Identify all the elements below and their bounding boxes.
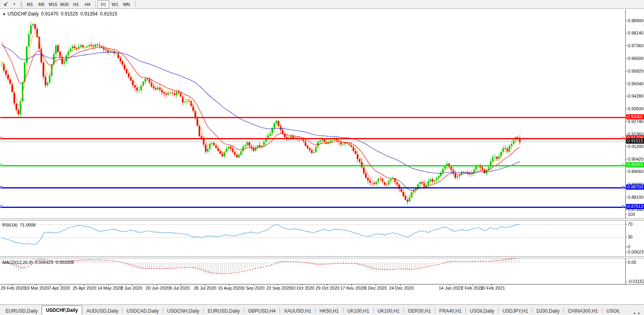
price-axis-tick-label: 0.92740	[628, 119, 644, 124]
hline-price-tag: 0.90055	[626, 162, 644, 167]
rsi-indicator-value: 71.0008	[20, 223, 36, 227]
time-axis-label: 22 Sep 2020	[266, 286, 291, 290]
timeframe-button-mn[interactable]: MN	[121, 0, 132, 8]
chart-tab-eurusd-daily[interactable]: EURUSD,Daily	[204, 307, 244, 315]
macd-axis-tick-label: 0.00	[628, 260, 636, 265]
chart-shift-button[interactable]	[2, 0, 10, 8]
macd-axis-tick-mark	[625, 262, 627, 263]
chart-tab-usdcnh-daily[interactable]: USDCNH,Daily	[163, 307, 203, 315]
hline-handle[interactable]	[0, 206, 2, 207]
timeframe-button-m30[interactable]: M30	[59, 0, 70, 8]
price-axis-tick-mark	[625, 197, 627, 198]
price-axis-tick-label: 0.98900	[628, 18, 644, 23]
price-low: 0.91354	[80, 11, 97, 17]
time-axis-label: 25 Apr 2020	[73, 286, 96, 290]
price-axis-tick-mark	[625, 121, 627, 122]
timeframe-button-w1[interactable]: W1	[109, 0, 121, 8]
toolbar-divider	[95, 1, 96, 8]
time-axis-label: 29 Feb 2020	[1, 286, 25, 290]
timeframe-buttons-group: M1M5M15M30H1H4D1W1MN	[24, 0, 132, 8]
chart-window: ▼USDCHF,Daily0.914700.915250.913540.9151…	[0, 9, 644, 304]
chart-tab-ger30-h1[interactable]: GER30,H1	[404, 307, 435, 315]
rsi-axis-tick-label: 0	[628, 244, 630, 249]
toolbar-dropdown-caret-icon[interactable]: ▼	[10, 0, 18, 8]
timeframe-button-m5[interactable]: M5	[36, 0, 47, 8]
hline-handle[interactable]	[0, 164, 2, 166]
rsi-axis-tick-mark	[625, 247, 627, 247]
price-axis-tick-mark	[625, 146, 627, 147]
chart-tab-usoil[interactable]: USOil,	[602, 307, 624, 315]
timeframe-button-d1[interactable]: D1	[98, 0, 109, 8]
timeframe-button-m1[interactable]: M1	[24, 0, 36, 8]
chart-symbol-header: ▼USDCHF,Daily0.914700.915250.913540.9151…	[2, 11, 120, 17]
chart-tab-hk50-h1[interactable]: HK50,H1	[316, 307, 343, 315]
tab-scroll-controls: ◂ ▸	[633, 311, 642, 315]
rsi-axis-tick-mark	[625, 237, 627, 237]
timeframe-button-h4[interactable]: H4	[82, 0, 93, 8]
toolbar-grip-icon[interactable]	[21, 2, 22, 7]
symbol-dropdown-icon[interactable]: ▼	[2, 12, 6, 16]
hline-price-tag: 0.93001	[626, 114, 644, 119]
time-axis-label: 19 Mar 2020	[25, 286, 49, 290]
macd-pane-label: MACD(12,26,9)0.0054290.003308	[2, 260, 76, 265]
chart-tab-usdchf-daily[interactable]: USDCHF,Daily	[42, 305, 83, 315]
price-axis-tick-label: 0.89660	[628, 169, 644, 174]
time-axis-label: 2 Jun 2020	[121, 286, 142, 290]
price-axis-tick-label: 0.98140	[628, 31, 644, 35]
chart-tab-dj30-daily[interactable]: DJ30,Daily	[532, 307, 563, 315]
chart-tab-gbpusd-h4[interactable]: GBPUSD,H4	[244, 307, 280, 315]
tab-scroll-left-icon[interactable]: ◂	[633, 311, 635, 315]
time-axis-label: 14 May 2020	[97, 286, 123, 290]
price-axis-tick-mark	[625, 96, 627, 96]
chart-tab-xauusd-h1[interactable]: XAUUSD,H1	[280, 307, 315, 315]
rsi-indicator-name: RSI(14)	[2, 223, 17, 227]
chart-tab-eurusd-daily[interactable]: EURUSD,Daily	[2, 307, 42, 315]
tab-scroll-right-icon[interactable]: ▸	[638, 311, 640, 315]
pane-splitter-macd[interactable]	[0, 256, 644, 258]
chart-tab-usdjpy-h1[interactable]: USDJPY,H1	[499, 307, 532, 315]
chart-tab-usoil-daily[interactable]: USOil,Daily	[466, 307, 498, 315]
macd-axis-tick-label: -0.011534	[628, 279, 644, 284]
price-open: 0.91470	[41, 11, 58, 17]
chart-tab-uk100-h1[interactable]: UK100,H1	[374, 307, 403, 315]
chart-tab-china300-h1[interactable]: CHINA300,H1	[564, 307, 602, 315]
symbol-period-label: USDCHF,Daily	[8, 11, 39, 17]
hline-handle[interactable]	[0, 186, 2, 188]
price-axis-tick-mark	[625, 134, 627, 134]
rsi-axis-tick-label: 70	[628, 222, 632, 227]
time-axis-label: 29 Oct 2020	[316, 286, 339, 290]
chart-tab-fra40-h1[interactable]: FRA40,H1	[435, 307, 465, 315]
price-axis-tick-label: 0.96600	[628, 56, 644, 61]
price-axis-tick-mark	[625, 33, 627, 33]
macd-main-value: 0.005429	[35, 260, 53, 265]
hline-handle[interactable]	[622, 186, 624, 188]
price-axis-tick-label: 0.88100	[628, 195, 644, 200]
rsi-axis-tick-mark	[625, 214, 627, 215]
timeframe-button-m15[interactable]: M15	[47, 0, 59, 8]
time-axis-label: 3 Sep 2020	[242, 286, 264, 290]
price-axis-tick-label: 0.97360	[628, 43, 644, 48]
timeframe-button-h1[interactable]: H1	[70, 0, 82, 8]
hline-handle[interactable]	[622, 206, 624, 207]
macd-axis-tick-mark	[625, 252, 627, 252]
chart-tab-audusd-daily[interactable]: AUDUSD,Daily	[82, 307, 122, 315]
hline-price-tag: 0.88703	[626, 184, 644, 190]
chart-tab-uk100-h1[interactable]: UK100,H1	[343, 307, 373, 315]
time-axis-label: 20 Jun 2020	[146, 286, 170, 290]
chart-tab-usdcad-daily[interactable]: USDCAD,Daily	[123, 307, 163, 315]
price-axis-tick-mark	[625, 71, 627, 71]
hline-handle[interactable]	[0, 137, 2, 139]
price-axis-tick-mark	[625, 209, 627, 210]
price-chart-canvas[interactable]	[0, 9, 644, 304]
hline-handle[interactable]	[622, 164, 624, 166]
price-axis-tick-mark	[625, 84, 627, 84]
chart-tab-bar: EURUSD,DailyUSDCHF,DailyAUDUSD,DailyUSDC…	[0, 304, 644, 315]
hline-handle[interactable]	[622, 137, 624, 139]
pane-splitter-rsi[interactable]	[0, 219, 644, 221]
rsi-axis-tick-mark	[625, 224, 627, 225]
rsi-axis-tick-label: 30	[628, 234, 632, 239]
chart-shift-icon	[3, 2, 8, 7]
rsi-pane-label: RSI(14)71.0008	[2, 223, 38, 227]
macd-axis-tick-mark	[625, 281, 627, 282]
price-axis-tick-mark	[625, 159, 627, 159]
